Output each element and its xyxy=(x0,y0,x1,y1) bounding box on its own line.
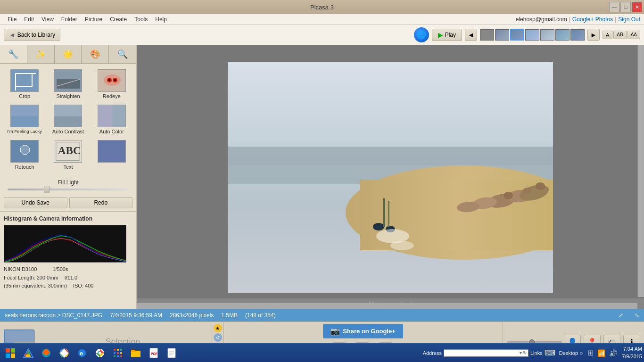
text-size-aa[interactable]: AA xyxy=(627,31,640,39)
star-button[interactable]: ★ xyxy=(214,324,222,332)
menu-help[interactable]: Help xyxy=(151,15,171,24)
taskbar-notepad[interactable] xyxy=(163,345,180,362)
share-google-button[interactable]: 📷 Share on Google+ xyxy=(323,324,403,338)
crop-tool[interactable]: Crop xyxy=(4,67,45,101)
taskbar-middle: Address ▾ ↻ Links ⌨ Desktop » xyxy=(423,348,583,357)
thumb-3[interactable] xyxy=(510,29,524,41)
fill-light-slider[interactable] xyxy=(8,189,129,190)
taskbar-start[interactable] xyxy=(2,345,19,362)
taskbar-ie[interactable]: e xyxy=(74,345,91,362)
taskbar-chrome[interactable] xyxy=(91,345,108,362)
sign-out-link[interactable]: Sign Out xyxy=(618,16,640,23)
taskbar-apps[interactable] xyxy=(109,345,126,362)
svg-point-39 xyxy=(536,182,545,190)
auto-color-thumb xyxy=(98,105,126,127)
address-dropdown[interactable]: ▾ xyxy=(520,350,522,355)
horizontal-scrollbar[interactable] xyxy=(137,303,637,309)
expand-icon[interactable]: ⤢ xyxy=(619,312,623,319)
thumb-4[interactable] xyxy=(525,29,539,41)
close-button[interactable]: ✕ xyxy=(632,2,642,12)
svg-rect-16 xyxy=(54,105,82,116)
address-refresh[interactable]: ↻ xyxy=(523,350,527,355)
tab-basic-fixes[interactable]: 🔧 xyxy=(0,45,27,63)
title-bar: Picasa 3 — □ ✕ xyxy=(0,0,644,14)
rotate-left-button[interactable]: ↺ xyxy=(214,333,222,342)
file-position: (148 of 354) xyxy=(245,312,276,319)
play-button[interactable]: ▶ Play xyxy=(432,29,462,41)
auto-color-tool[interactable]: Auto Color xyxy=(91,103,132,136)
taskbar-folder[interactable] xyxy=(127,345,144,362)
back-label: Back to Library xyxy=(17,32,55,38)
text-size-a[interactable]: A xyxy=(603,31,612,39)
play-icon: ▶ xyxy=(438,31,443,39)
taskbar-picasa[interactable] xyxy=(56,345,73,362)
nav-next-button[interactable]: ► xyxy=(587,29,600,41)
globe-button[interactable]: 🌐 xyxy=(414,27,429,42)
tab-tuning[interactable]: ✨ xyxy=(27,45,55,63)
tab-something[interactable]: 🎨 xyxy=(82,45,109,63)
contract-icon[interactable]: ⤡ xyxy=(635,312,639,319)
svg-text:PDF: PDF xyxy=(151,352,158,355)
menu-file[interactable]: File xyxy=(4,15,20,24)
thumb-5[interactable] xyxy=(540,29,554,41)
fill-light-label: Fill Light xyxy=(8,179,129,186)
tab-filter[interactable]: 🔍 xyxy=(109,45,136,63)
redeye-tool[interactable]: Redeye xyxy=(91,67,132,101)
svg-rect-69 xyxy=(114,352,116,354)
text-size-ab[interactable]: AB xyxy=(613,31,626,39)
wifi-icon: 📶 xyxy=(597,349,605,357)
text-tool[interactable]: ABC Text xyxy=(47,138,89,172)
retouch-thumb xyxy=(10,140,39,163)
svg-rect-72 xyxy=(114,355,116,357)
undo-save-button[interactable]: Undo Save xyxy=(4,197,67,208)
menu-folder[interactable]: Folder xyxy=(58,15,81,24)
svg-rect-78 xyxy=(150,348,157,351)
menu-view[interactable]: View xyxy=(38,15,58,24)
vertical-scrollbar[interactable] xyxy=(637,45,644,297)
taskbar-google-drive[interactable] xyxy=(20,345,37,362)
thumb-7[interactable] xyxy=(570,29,585,41)
menu-picture[interactable]: Picture xyxy=(81,15,106,24)
aperture: f/11.0 xyxy=(65,275,78,280)
fill-light-section: Fill Light xyxy=(0,175,136,194)
nav-prev-button[interactable]: ◄ xyxy=(465,29,477,41)
svg-point-40 xyxy=(373,223,384,230)
svg-rect-75 xyxy=(131,351,140,357)
minimize-button[interactable]: — xyxy=(609,2,619,12)
retouch-tool[interactable]: Retouch xyxy=(4,138,45,172)
user-email: elehosp@gmail.com xyxy=(516,16,567,23)
svg-rect-74 xyxy=(120,355,122,357)
file-date: 7/4/2015 9:36:59 AM xyxy=(110,312,162,319)
address-input[interactable] xyxy=(446,350,520,356)
windows-logo: ⊞ xyxy=(587,348,594,357)
thumb-6[interactable] xyxy=(555,29,570,41)
fill-light-thumb[interactable] xyxy=(44,186,50,193)
maximize-button[interactable]: □ xyxy=(620,2,631,12)
taskbar-pdf[interactable]: PDF xyxy=(145,345,162,362)
thumb-2[interactable] xyxy=(495,29,509,41)
google-photos-link[interactable]: Google+ Photos xyxy=(572,16,613,23)
system-clock: 7:04 AM 7/9/2015 xyxy=(622,346,642,360)
thumb-1[interactable] xyxy=(480,29,494,41)
focal-length-aperture: Focal Length: 200.0mm f/11.0 xyxy=(4,274,132,282)
crop-thumb xyxy=(10,69,39,92)
svg-point-37 xyxy=(504,192,513,199)
feeling-lucky-tool[interactable]: I'm Feeling Lucky xyxy=(4,103,45,136)
zoom-slider[interactable] xyxy=(507,341,562,343)
expand-arrow[interactable]: » xyxy=(580,350,583,356)
thumbnail-strip xyxy=(480,29,585,41)
system-tray: ⊞ 📶 🔊 xyxy=(584,348,621,357)
svg-rect-76 xyxy=(131,350,135,352)
menu-tools[interactable]: Tools xyxy=(131,15,151,24)
redo-button[interactable]: Redo xyxy=(69,197,133,208)
menu-create[interactable]: Create xyxy=(106,15,131,24)
back-to-library-button[interactable]: ◄ Back to Library xyxy=(4,29,60,41)
straighten-tool[interactable]: Straighten xyxy=(47,67,89,101)
auto-contrast-tool[interactable]: Auto Contrast xyxy=(47,103,89,136)
left-panel: 🔧 ✨ 🌟 🎨 🔍 Crop xyxy=(0,45,137,309)
tab-effects[interactable]: 🌟 xyxy=(55,45,82,63)
menu-edit[interactable]: Edit xyxy=(20,15,38,24)
auto-contrast-label: Auto Contrast xyxy=(52,129,84,134)
keyboard-icon[interactable]: ⌨ xyxy=(545,348,555,357)
taskbar-firefox[interactable] xyxy=(38,345,55,362)
